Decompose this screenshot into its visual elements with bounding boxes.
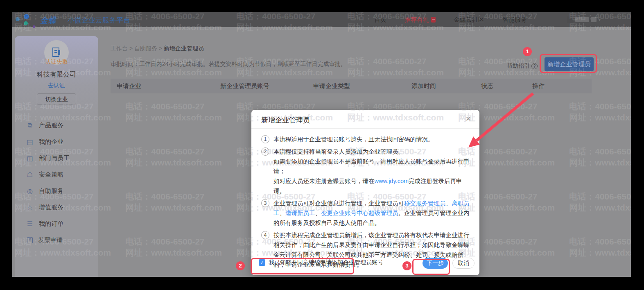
close-icon[interactable]: ✕: [465, 115, 471, 123]
approval-note: 审批时间：工作日内24小时完成审批。若提交资料时间为节假日，则顺延至工作日完成审…: [111, 61, 346, 68]
watermark-text: 电话：4006-6500-27网址：www.tdxsoft.com: [125, 101, 222, 123]
company-doc-icon: [51, 47, 62, 58]
sidebar-item-label: 我的订单: [39, 220, 63, 228]
logo-dot-blue: [24, 14, 29, 19]
help-guide-link[interactable]: 帮助指引 ?: [507, 62, 538, 70]
watermark-text: 电话：4006-6500-27网址：www.tdxsoft.com: [569, 101, 631, 123]
table-col-header: 申请企业类型: [313, 82, 350, 90]
sidebar-item-8[interactable]: ¥发票申请: [15, 232, 98, 248]
sidebar-item-label: 我的企业: [39, 138, 63, 146]
table-col-header: 状态: [481, 82, 493, 90]
sidebar-menu: ⧉产品服务▤我的企业◫部门与员工☖安全策略◎自助服务☆增值服务☰我的订单¥发票申…: [15, 117, 98, 248]
nav-item[interactable]: 推荐有礼: [404, 16, 436, 24]
instruction-text: 本流程仅支持将当前登录人员添加为企业管理员。 如需要添加的企业管理员不是当前账号…: [273, 147, 470, 196]
orders-icon: ☰: [26, 220, 34, 228]
modal-title: 新增企业管理员: [261, 116, 310, 125]
breadcrumb-item[interactable]: 工作台: [111, 45, 128, 52]
agree-checkbox-label: 我已知晓并同意继续申请添加企业管理员账号: [269, 259, 383, 266]
logo-dot-azure: [16, 17, 20, 21]
sidebar-item-7[interactable]: ☰我的订单: [15, 215, 98, 232]
watermark-text: 电话：4006-6500-27网址：www.tdxsoft.com: [569, 236, 631, 258]
checkbox-checked-icon[interactable]: ✓: [259, 259, 265, 266]
kingdee-logo: 金蝶: [40, 15, 56, 26]
star-icon: ☆: [26, 204, 34, 211]
sidebar-item-label: 产品服务: [39, 122, 63, 129]
company-name: 科技有限公司: [15, 70, 98, 79]
user-account-chip[interactable]: ▾: [567, 16, 601, 24]
go-verify-link[interactable]: 去认证: [15, 82, 98, 89]
sidebar-item-4[interactable]: ☖安全策略: [15, 166, 98, 183]
text-segment: 本流程适用于企业管理员账号遗失，且无法找回密码的情况。: [273, 136, 434, 143]
sidebar-item-6[interactable]: ☆增值服务: [15, 199, 98, 215]
sidebar-item-label: 自助服务: [39, 187, 63, 195]
nav-item[interactable]: 金蝶云社区: [454, 16, 484, 24]
table-header-row: 申请企业新企业管理员账号申请企业类型添加时间状态操作: [111, 79, 592, 93]
platform-tagline: 小微企业云服务平台: [68, 16, 130, 25]
watermark-text: 电话：4006-6500-27网址：www.tdxsoft.com: [347, 56, 444, 78]
instruction-item-1: 1本流程适用于企业管理员账号遗失，且无法找回密码的情况。: [261, 134, 470, 144]
instruction-item-3: 3企业管理员可对企业信息进行管理，企业管理员可移交服务管理员、离职员工、邀请新员…: [261, 198, 470, 228]
people-icon: ◫: [26, 154, 34, 162]
instruction-item-2: 2本流程仅支持将当前登录人员添加为企业管理员。 如需要添加的企业管理员不是当前账…: [261, 147, 470, 196]
sidebar: 认证失败 科技有限公司 去认证 切换企业 ⧉产品服务▤我的企业◫部门与员工☖安全…: [15, 36, 98, 277]
breadcrumb-item[interactable]: 自助服务: [134, 45, 157, 52]
breadcrumb-separator: >: [157, 45, 164, 52]
layers-icon: ⧉: [26, 122, 34, 129]
chevron-down-icon: ▾: [598, 17, 601, 23]
switch-company-button[interactable]: 切换企业: [37, 93, 76, 105]
watermark-text: 电话：4006-6500-27网址：www.tdxsoft.com: [569, 146, 631, 168]
table-col-header: 新企业管理员账号: [220, 82, 269, 90]
watermark-text: 电话：4006-6500-27网址：www.tdxsoft.com: [125, 236, 222, 258]
text-segment: 企业管理员可对企业信息进行管理，企业管理员可: [273, 200, 404, 206]
sidebar-item-label: 发票申请: [38, 236, 63, 244]
help-guide-label: 帮助指引: [507, 62, 530, 70]
instruction-number: 3: [261, 199, 269, 207]
table-col-header: 操作: [532, 82, 545, 90]
top-navbar: 金蝶 小微企业云服务平台 首页推荐有礼金蝶云社区智能服务 ▾: [12, 12, 631, 27]
red-envelope-icon: [431, 17, 436, 23]
breadcrumb-item: 新增企业管理员: [164, 45, 204, 52]
user-name-blurred: [591, 17, 597, 22]
table-col-header: 添加时间: [411, 82, 436, 90]
inline-link[interactable]: 邀请新员工: [285, 210, 315, 216]
sidebar-item-2[interactable]: ▤我的企业: [15, 134, 98, 150]
watermark-text: 电话：4006-6500-27网址：www.tdxsoft.com: [125, 191, 222, 213]
inline-link[interactable]: 变更企业账号中心超级管理员: [321, 210, 398, 216]
breadcrumb: 工作台 > 自助服务 > 新增企业管理员: [111, 45, 204, 52]
question-icon: ?: [531, 63, 538, 69]
company-icon: ▤: [26, 138, 34, 146]
text-segment: 、: [280, 210, 286, 216]
agree-checkbox-row[interactable]: ✓ 我已知晓并同意继续申请添加企业管理员账号: [259, 259, 383, 266]
text-segment: 、: [446, 200, 452, 206]
table-col-header: 申请企业: [117, 82, 141, 90]
next-step-button[interactable]: 下一步: [423, 258, 448, 269]
top-nav-menu: 首页推荐有礼金蝶云社区智能服务: [374, 12, 527, 27]
sidebar-item-label: 增值服务: [39, 204, 63, 211]
sidebar-item-label: 安全策略: [39, 171, 63, 179]
nav-item[interactable]: 首页: [374, 16, 386, 24]
inline-link[interactable]: www.jdy.com: [375, 178, 409, 184]
screenshot-stage: 金蝶 小微企业云服务平台 首页推荐有礼金蝶云社区智能服务 ▾ 认证失败: [0, 0, 644, 290]
watermark-text: 电话：4006-6500-27网址：www.tdxsoft.com: [569, 191, 631, 213]
sidebar-item-1[interactable]: ⧉产品服务: [15, 117, 98, 134]
modal-instructions: 1本流程适用于企业管理员账号遗失，且无法找回密码的情况。2本流程仅支持将当前登录…: [261, 134, 470, 272]
inline-link[interactable]: 移交服务管理员: [404, 200, 446, 206]
cancel-button[interactable]: 取消: [452, 258, 475, 269]
sidebar-item-label: 部门与员工: [39, 154, 70, 162]
logo-dot-teal: [24, 21, 28, 25]
invoice-icon: ¥: [27, 237, 33, 243]
instruction-number: 2: [261, 147, 269, 156]
self-service-icon: ◎: [26, 187, 34, 195]
instruction-number: 4: [261, 231, 269, 239]
watermark-text: 电话：4006-6500-27网址：www.tdxsoft.com: [125, 146, 222, 168]
nav-item[interactable]: 智能服务: [502, 16, 527, 24]
modal-footer: ✓ 我已知晓并同意继续申请添加企业管理员账号 下一步 取消: [251, 254, 479, 275]
cert-status-badge: 认证失败: [15, 58, 98, 66]
breadcrumb-separator: >: [128, 45, 134, 52]
add-admin-modal: 电话：4006-6500-27网址：www.tdxsoft.com电话：4006…: [251, 110, 479, 275]
shield-icon: ☖: [26, 171, 34, 179]
add-admin-button[interactable]: 新增企业管理员: [545, 57, 594, 71]
user-name-blurred: [575, 17, 589, 22]
sidebar-item-5[interactable]: ◎自助服务: [15, 183, 98, 199]
sidebar-item-3[interactable]: ◫部门与员工: [15, 150, 98, 166]
